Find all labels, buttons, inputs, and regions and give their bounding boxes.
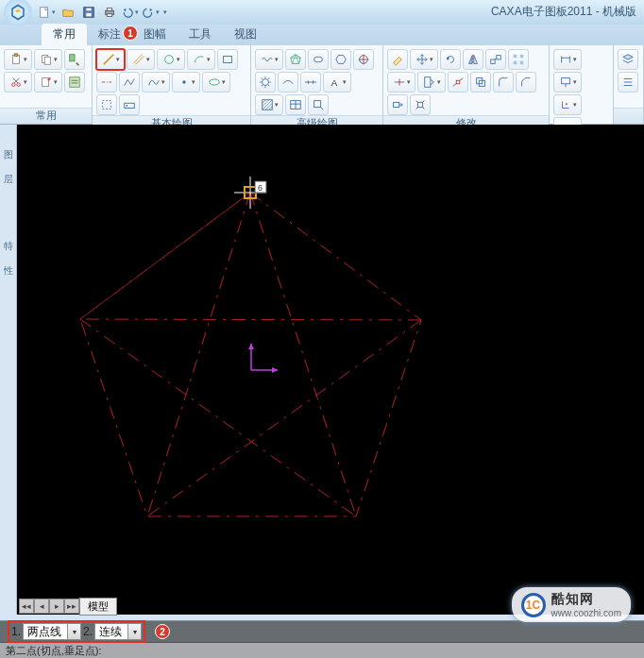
text-button[interactable]: A▾ xyxy=(323,72,351,93)
hole-icon xyxy=(357,53,370,66)
svg-rect-22 xyxy=(224,57,232,63)
dim-coord-button[interactable]: ▾ xyxy=(553,94,582,115)
list-button[interactable] xyxy=(618,72,638,93)
qat-print-button[interactable] xyxy=(100,3,119,22)
dim-symbol-button[interactable]: ▾ xyxy=(553,72,582,93)
doc-tab-model[interactable]: 模型 xyxy=(79,598,117,616)
circle-button[interactable]: ▾ xyxy=(157,49,185,70)
spline2-button[interactable] xyxy=(278,72,298,93)
mirror-button[interactable] xyxy=(463,49,483,70)
opt2-ordinal: 2. xyxy=(83,625,93,638)
array-icon xyxy=(512,53,525,66)
erase-button[interactable] xyxy=(387,49,408,70)
gear-button[interactable] xyxy=(255,72,276,93)
opt2-select[interactable]: 连续 ▾ xyxy=(94,623,142,640)
stretch-button[interactable] xyxy=(387,94,408,115)
parallel-line-button[interactable]: ▾ xyxy=(127,49,155,70)
polyline-button[interactable] xyxy=(119,72,140,93)
spline-button[interactable]: ▾ xyxy=(142,72,170,93)
qat-save-button[interactable] xyxy=(79,3,98,22)
tab-tools[interactable]: 工具 xyxy=(178,24,223,45)
layer-button[interactable] xyxy=(618,49,638,70)
svg-text:A: A xyxy=(330,77,337,88)
svg-rect-29 xyxy=(314,57,323,61)
watermark: 1C 酷知网 www.coozhi.com xyxy=(512,587,631,622)
move-button[interactable]: ▾ xyxy=(410,49,438,70)
dim-linear-button[interactable]: ▾ xyxy=(553,49,582,70)
qat-undo-button[interactable]: ▾ xyxy=(121,3,140,22)
xline-button[interactable] xyxy=(300,72,321,93)
tabstrip-prev-button[interactable]: ◂ xyxy=(34,599,49,614)
tabstrip-first-button[interactable]: ◂◂ xyxy=(19,599,34,614)
dock-item-1[interactable]: 图 xyxy=(2,132,15,153)
slot-button[interactable] xyxy=(308,49,329,70)
qat-redo-button[interactable]: ▾ xyxy=(142,3,161,22)
point-button[interactable]: ▾ xyxy=(172,72,200,93)
dock-item-3[interactable]: 特 xyxy=(2,223,15,244)
tabstrip-last-button[interactable]: ▸▸ xyxy=(64,599,79,614)
explode-button[interactable] xyxy=(410,94,431,115)
xline-icon xyxy=(304,76,317,89)
svg-rect-44 xyxy=(491,59,495,63)
scale-icon xyxy=(489,53,502,66)
chamfer-icon xyxy=(519,76,533,89)
svg-point-24 xyxy=(182,80,186,84)
drawing-canvas[interactable]: 6 xyxy=(17,125,644,615)
tab-annot[interactable]: 标注1 xyxy=(87,24,132,45)
panel-modify: ▾ ▾ ▾ 修改 xyxy=(383,45,550,124)
tabstrip-next-button[interactable]: ▸ xyxy=(49,599,64,614)
hexagon-button[interactable] xyxy=(330,49,351,70)
tab-view[interactable]: 视图 xyxy=(223,24,268,45)
property-match-button[interactable] xyxy=(64,49,85,70)
table-button[interactable] xyxy=(285,94,306,115)
copy-button[interactable]: ▾ xyxy=(34,49,62,70)
arc-button[interactable]: ▾ xyxy=(187,49,215,70)
polygon-regular-button[interactable] xyxy=(285,49,306,70)
dim-coord-icon xyxy=(559,98,572,111)
rectangle-button[interactable] xyxy=(217,49,238,70)
svg-point-64 xyxy=(566,103,568,105)
polyline-icon xyxy=(123,76,136,89)
extend-button[interactable]: ▾ xyxy=(417,72,446,93)
wave-button[interactable]: ▾ xyxy=(255,49,283,70)
chamfer-button[interactable] xyxy=(516,72,536,93)
brush-icon xyxy=(68,53,81,66)
tab-label: 常用 xyxy=(53,27,76,41)
trim-icon xyxy=(393,76,406,89)
ellipse-button[interactable]: ▾ xyxy=(202,72,230,93)
rotate-button[interactable] xyxy=(440,49,461,70)
region-button[interactable] xyxy=(96,94,117,115)
qat-open-button[interactable] xyxy=(59,3,77,22)
offset-button[interactable] xyxy=(470,72,491,93)
app-menu-button[interactable] xyxy=(4,0,32,26)
tab-common[interactable]: 常用 xyxy=(42,24,87,45)
ucs-icon xyxy=(248,344,278,373)
paste-button[interactable]: ▾ xyxy=(4,49,32,70)
scale-button[interactable] xyxy=(485,49,506,70)
insert-button[interactable] xyxy=(308,94,329,115)
trim-button[interactable]: ▾ xyxy=(387,72,415,93)
save-icon xyxy=(82,6,95,19)
opt1-select[interactable]: 两点线 ▾ xyxy=(23,623,81,640)
hole-button[interactable] xyxy=(353,49,374,70)
tab-frame[interactable]: 图幅 xyxy=(132,24,178,45)
hatch-button[interactable]: ▾ xyxy=(255,94,283,115)
app-title: CAXA电子图板2011 - 机械版 xyxy=(491,4,636,20)
svg-rect-48 xyxy=(514,61,517,65)
title-bar: ▾ ▾ ▾ ▾ CAXA电子图板2011 - 机械版 xyxy=(0,0,644,25)
cut-button[interactable]: ▾ xyxy=(4,72,32,93)
break-button[interactable] xyxy=(448,72,468,93)
block-icon xyxy=(123,98,136,111)
properties-button[interactable] xyxy=(64,72,85,93)
line-tool-button[interactable]: ▾ xyxy=(96,49,125,70)
panel-annot: ▾ ▾ ▾ ▾ 标注 xyxy=(550,45,614,124)
qat-new-button[interactable]: ▾ xyxy=(38,3,57,22)
qat-customize-button[interactable]: ▾ xyxy=(162,8,168,16)
block-button[interactable] xyxy=(119,94,140,115)
delete-button[interactable]: ▾ xyxy=(34,72,62,93)
dock-item-2[interactable]: 层 xyxy=(2,157,15,177)
array-button[interactable] xyxy=(508,49,529,70)
dock-item-4[interactable]: 性 xyxy=(2,247,15,268)
fillet-button[interactable] xyxy=(493,72,514,93)
centerline-button[interactable] xyxy=(96,72,117,93)
